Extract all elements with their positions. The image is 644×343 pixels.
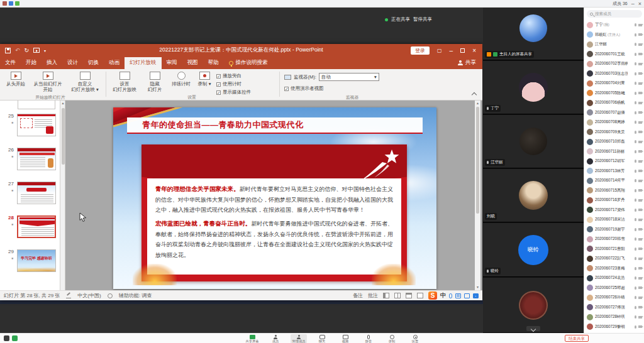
ppt-title-bar[interactable]: ↶ ↻ ▾ 20221227支部书记上党课：中国式现代化新在何处.pptx - …: [0, 44, 482, 57]
qat-dropdown-icon[interactable]: ▾: [44, 48, 46, 53]
play-narrations-checkbox[interactable]: ✓播放旁白: [216, 73, 251, 79]
participant-row[interactable]: 2020060727傅强: [584, 303, 644, 313]
scroll-up-icon[interactable]: ▴: [60, 101, 65, 106]
camera-icon[interactable]: [638, 248, 642, 250]
mic-icon[interactable]: [635, 179, 636, 182]
camera-icon[interactable]: [638, 306, 642, 308]
minimize-button[interactable]: –: [450, 47, 453, 54]
pen-icon[interactable]: [66, 293, 71, 298]
participant-row[interactable]: 2020060709吴昊: [584, 128, 644, 138]
camera-icon[interactable]: [638, 63, 642, 65]
slide-thumbnail-partial[interactable]: [18, 101, 55, 109]
toolbar-item[interactable]: 聊天: [314, 334, 330, 343]
undo-icon[interactable]: ↶: [15, 47, 20, 53]
ribbon-tab[interactable]: 切换: [83, 57, 104, 69]
mic-icon[interactable]: [635, 53, 636, 56]
accessibility-status[interactable]: 辅助功能: 调查: [119, 292, 152, 299]
camera-icon[interactable]: [638, 102, 642, 104]
camera-icon[interactable]: [638, 82, 642, 85]
slide-thumbnail-28[interactable]: 28★: [0, 215, 60, 240]
camera-icon[interactable]: [638, 111, 642, 114]
participant-row[interactable]: 2020060711孙丽: [584, 147, 644, 157]
ribbon-tab[interactable]: 插入: [42, 57, 62, 69]
participants-list[interactable]: 丁宁 (我) 韩晓红 (主持人): [584, 20, 644, 333]
participant-row[interactable]: 2020060722彭飞: [584, 254, 644, 264]
participant-row[interactable]: 2020060726许晴: [584, 293, 644, 303]
taskbar-app-icon[interactable]: [12, 335, 18, 341]
ribbon-tab[interactable]: 动画: [104, 57, 125, 69]
participant-row[interactable]: 2020060719谢宇: [584, 225, 644, 235]
mic-icon[interactable]: [635, 306, 636, 309]
participant-row[interactable]: 2020060721曹阳: [584, 244, 644, 254]
record-button[interactable]: 录制 ▾: [195, 71, 214, 96]
collapse-video-list-button[interactable]: [526, 326, 540, 331]
use-timings-checkbox[interactable]: ✓使用计时: [216, 81, 251, 87]
mic-icon[interactable]: [635, 150, 636, 153]
save-icon[interactable]: [5, 48, 11, 53]
restore-button[interactable]: [460, 48, 465, 53]
mic-icon[interactable]: [635, 267, 636, 270]
ribbon-tab[interactable]: 文件: [0, 57, 21, 69]
mic-icon[interactable]: [635, 160, 636, 163]
participant-row[interactable]: 2020060701王晓: [584, 50, 644, 60]
share-button[interactable]: 共享: [452, 57, 482, 69]
mic-icon[interactable]: [635, 237, 636, 241]
mic-icon[interactable]: [635, 248, 636, 251]
toolbar-item[interactable]: 视频: [337, 334, 353, 343]
thumbnail-scrollbar[interactable]: ▴: [60, 101, 65, 290]
comments-button[interactable]: 批注: [368, 292, 378, 299]
participant-row[interactable]: 2020060713林芳: [584, 166, 644, 177]
camera-icon[interactable]: [638, 121, 642, 124]
slide-scrollbar[interactable]: ▴ ▾: [475, 101, 480, 290]
normal-view-icon[interactable]: [383, 293, 389, 298]
mic-icon[interactable]: [635, 131, 636, 134]
search-input[interactable]: 搜索成员: [587, 10, 642, 18]
participant-row[interactable]: 2020060704刘菁: [584, 79, 644, 89]
participant-row[interactable]: 2020060723董梅: [584, 264, 644, 274]
mic-icon[interactable]: [635, 209, 636, 212]
redo-icon[interactable]: ↻: [25, 47, 30, 53]
camera-icon[interactable]: [638, 189, 642, 192]
camera-icon[interactable]: [638, 131, 642, 133]
camera-icon[interactable]: [638, 150, 642, 153]
taskbar-app-icon[interactable]: [4, 335, 9, 341]
slide-thumbnail-panel[interactable]: 25★ 26★: [0, 101, 60, 290]
camera-icon[interactable]: [638, 316, 642, 318]
mic-icon[interactable]: [635, 286, 636, 290]
slide-thumbnail-25[interactable]: 25★: [0, 113, 60, 138]
mic-icon[interactable]: [635, 72, 636, 75]
participant-row[interactable]: 2020060706杨帆: [584, 98, 644, 108]
camera-icon[interactable]: [638, 209, 642, 211]
mic-icon[interactable]: [635, 82, 636, 85]
toolbar-item[interactable]: 管理成员: [291, 334, 307, 343]
mic-icon[interactable]: [635, 43, 636, 46]
mic-icon[interactable]: [635, 111, 636, 114]
end-share-button[interactable]: 结束共享: [565, 335, 589, 342]
participant-row[interactable]: 2020060718宋洁: [584, 215, 644, 225]
notes-button[interactable]: 备注: [353, 292, 363, 299]
mic-icon[interactable]: [635, 92, 636, 95]
camera-icon[interactable]: [638, 53, 642, 55]
setup-slideshow-button[interactable]: 设置幻灯片放映: [108, 71, 141, 96]
participant-row[interactable]: 2020060715高翔: [584, 186, 644, 196]
close-button[interactable]: ×: [472, 47, 476, 54]
participant-row[interactable]: 2020060710郑磊: [584, 137, 644, 147]
mic-icon[interactable]: [635, 199, 636, 202]
camera-icon[interactable]: [638, 24, 642, 26]
participant-row[interactable]: 2020060705陈曦: [584, 89, 644, 99]
slideshow-view-icon[interactable]: [417, 293, 423, 298]
reading-view-icon[interactable]: [406, 293, 412, 298]
participant-row[interactable]: 2020060729黎明: [584, 322, 644, 332]
participant-row[interactable]: 2020060703张志强: [584, 69, 644, 79]
sogou-ime-icon[interactable]: S: [428, 291, 437, 300]
rehearse-timings-button[interactable]: 排练计时: [169, 71, 194, 96]
scroll-down-icon[interactable]: ▾: [475, 285, 480, 290]
hide-slide-button[interactable]: 隐藏幻灯片: [142, 71, 167, 96]
mic-icon[interactable]: [635, 23, 636, 26]
participant-row[interactable]: 2020060708周婷: [584, 117, 644, 128]
toolbar-item[interactable]: 共享屏幕: [244, 334, 260, 343]
from-current-slide-button[interactable]: 从当前幻灯片开始: [30, 71, 65, 96]
ribbon-tab[interactable]: 幻灯片放映: [125, 57, 162, 69]
slide-thumbnail-27[interactable]: 27★: [0, 181, 60, 206]
video-tile[interactable]: 主持人的屏幕共享: [483, 8, 584, 60]
